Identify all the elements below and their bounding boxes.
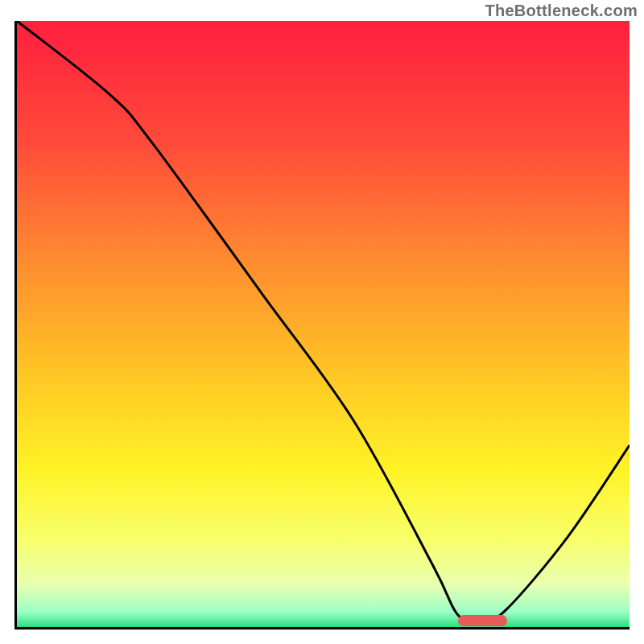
optimal-range-marker bbox=[458, 615, 507, 626]
bottleneck-curve-line bbox=[17, 21, 630, 627]
watermark-text: TheBottleneck.com bbox=[485, 2, 638, 20]
